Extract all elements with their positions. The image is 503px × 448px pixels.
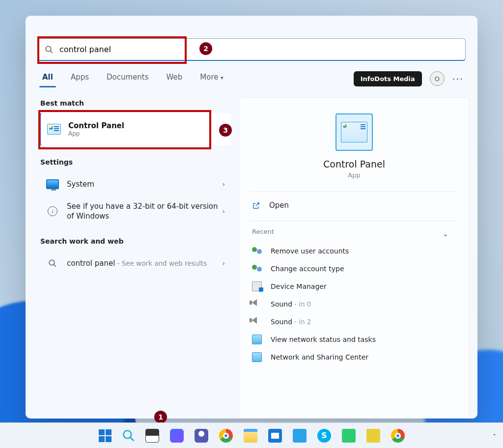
svg-point-0 <box>46 46 51 52</box>
recent-remove-user-accounts[interactable]: Remove user accounts <box>251 242 457 260</box>
monitor-icon <box>45 177 60 192</box>
best-match-subtitle: App <box>68 130 225 137</box>
taskbar: S ˆ <box>0 422 503 448</box>
tab-web[interactable]: Web <box>164 70 186 87</box>
settings-heading: Settings <box>40 158 231 166</box>
expand-chevron[interactable]: ⌄ <box>442 229 448 238</box>
start-button[interactable] <box>97 428 113 444</box>
search-work-web-heading: Search work and web <box>40 237 231 245</box>
info-icon: i <box>45 204 60 219</box>
pinned-app-1[interactable] <box>292 428 307 444</box>
speaker-icon <box>252 299 262 309</box>
recent-sound-0[interactable]: Sound - in 0 <box>251 295 457 313</box>
annotation-number-3: 3 <box>219 124 232 137</box>
chevron-right-icon: › <box>222 180 225 188</box>
skype-button[interactable]: S <box>316 428 332 444</box>
control-panel-icon <box>47 122 61 137</box>
chrome-button[interactable] <box>218 428 234 444</box>
sticky-notes-button[interactable] <box>365 428 381 444</box>
annotation-number-1: 1 <box>154 411 167 423</box>
open-external-icon <box>252 201 260 210</box>
widgets-button[interactable] <box>169 428 185 444</box>
detail-pane: Control Panel App Open ⌄ Recent Remove u… <box>239 97 470 419</box>
account-badge[interactable]: InfoDots Media <box>354 71 422 86</box>
detail-subtitle: App <box>348 171 360 179</box>
tab-more[interactable]: More ▾ <box>197 70 226 87</box>
filter-tabs: All Apps Documents Web More ▾ InfoDots M… <box>26 66 477 87</box>
best-match-heading: Best match <box>40 99 231 107</box>
device-manager-icon <box>252 281 262 291</box>
search-box[interactable] <box>37 38 466 61</box>
best-match-title: Control Panel <box>68 121 225 130</box>
more-options-button[interactable]: ··· <box>452 74 464 84</box>
recent-heading: Recent <box>252 228 457 235</box>
recent-device-manager[interactable]: Device Manager <box>251 278 457 295</box>
taskbar-search-button[interactable] <box>122 429 136 443</box>
settings-system[interactable]: System › <box>39 172 231 196</box>
tab-apps[interactable]: Apps <box>68 70 92 87</box>
recent-network-status[interactable]: View network status and tasks <box>251 331 457 348</box>
detail-title: Control Panel <box>323 159 385 169</box>
chevron-right-icon: › <box>222 207 225 215</box>
users-icon <box>252 264 262 274</box>
speaker-icon <box>252 317 262 327</box>
control-panel-large-icon <box>335 113 373 151</box>
settings-32-64-bit[interactable]: i See if you have a 32-bit or 64-bit ver… <box>39 196 231 226</box>
start-search-panel: 2 All Apps Documents Web More ▾ InfoDots… <box>26 16 477 419</box>
best-match-control-panel[interactable]: Control Panel App <box>39 113 231 145</box>
svg-point-4 <box>124 430 132 438</box>
search-icon <box>45 256 60 271</box>
svg-line-5 <box>131 437 134 441</box>
network-icon <box>252 335 262 344</box>
svg-line-3 <box>54 264 56 267</box>
pinned-app-2[interactable] <box>341 428 357 444</box>
annotation-number-2: 2 <box>199 42 212 55</box>
recent-network-sharing-center[interactable]: Network and Sharing Center <box>251 348 457 366</box>
avatar[interactable]: O <box>430 71 445 86</box>
users-icon <box>252 246 262 256</box>
svg-point-2 <box>49 260 55 265</box>
chevron-down-icon: ▾ <box>221 75 224 81</box>
tray-expand-icon[interactable]: ˆ <box>493 433 496 441</box>
search-icon <box>45 45 54 54</box>
recent-change-account-type[interactable]: Change account type <box>251 260 457 278</box>
svg-line-1 <box>50 51 53 53</box>
chrome-button-2[interactable] <box>390 428 406 444</box>
network-icon <box>252 352 262 362</box>
tab-all[interactable]: All <box>39 70 56 87</box>
task-view-button[interactable] <box>144 428 160 444</box>
teams-chat-button[interactable] <box>194 428 209 444</box>
microsoft-store-button[interactable] <box>267 428 283 444</box>
search-web-control-panel[interactable]: control panel - See work and web results… <box>39 251 231 276</box>
open-action[interactable]: Open <box>251 192 457 219</box>
tab-documents[interactable]: Documents <box>104 70 152 87</box>
chevron-right-icon: › <box>222 259 225 267</box>
recent-sound-2[interactable]: Sound - in 2 <box>251 313 457 331</box>
file-explorer-button[interactable] <box>243 428 258 444</box>
search-input[interactable] <box>59 45 458 54</box>
